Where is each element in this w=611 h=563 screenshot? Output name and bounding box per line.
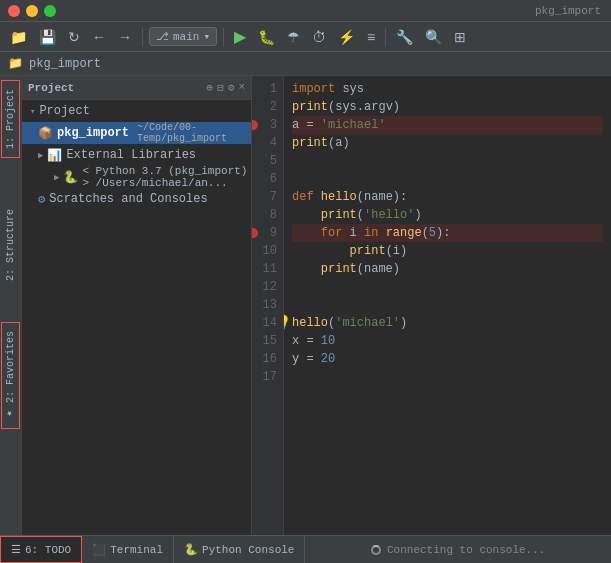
git-icon: ⎇	[156, 30, 169, 43]
paren: (	[357, 260, 364, 278]
panel-header: Project ⊕ ⊟ ⚙ ×	[22, 76, 251, 100]
scratch-icon: ⚙	[38, 192, 45, 207]
tree-item-external-libraries[interactable]: ▶ 📊 External Libraries	[22, 144, 251, 166]
python-icon: 🐍	[63, 170, 78, 185]
maximize-button[interactable]	[44, 5, 56, 17]
tools-button[interactable]: 🔧	[392, 27, 417, 47]
breakpoint-3[interactable]	[252, 120, 258, 130]
forward-button[interactable]: →	[114, 27, 136, 47]
pkg-folder-icon: 📦	[38, 126, 53, 141]
titlebar: pkg_import	[0, 0, 611, 22]
function: print	[292, 206, 357, 224]
bulb-icon: 💡	[284, 314, 291, 332]
function: print	[292, 134, 328, 152]
file-tree-panel: Project ⊕ ⊟ ⚙ × ▾ Project 📦 pkg_import ~…	[22, 76, 252, 535]
line-num-16: 16	[252, 350, 277, 368]
keyword: def	[292, 188, 314, 206]
code-editor[interactable]: 1 2 3 4 5 6 7 8 9 10 11 12 13 14	[252, 76, 611, 535]
main-layout: 1: Project 2: Structure ★ 2: Favorites P…	[0, 76, 611, 535]
code-text: sys.argv	[335, 98, 393, 116]
locate-icon[interactable]: ⊕	[207, 81, 214, 94]
paren: ):	[436, 224, 450, 242]
tree-item-pkg-import[interactable]: 📦 pkg_import ~/Code/00-Temp/pkg_import	[22, 122, 251, 144]
chevron-icon: ▶	[38, 150, 43, 161]
minimize-button[interactable]	[26, 5, 38, 17]
line-num-5: 5	[252, 152, 277, 170]
code-line-5	[292, 152, 603, 170]
code-line-1: import sys	[292, 80, 603, 98]
code-text: x	[292, 332, 306, 350]
code-line-17	[292, 368, 603, 386]
tree-item-scratches[interactable]: ⚙ Scratches and Consoles	[22, 188, 251, 210]
code-text: i	[342, 224, 364, 242]
debug-icon-btn[interactable]: 🐛	[254, 27, 279, 47]
code-text: sys	[335, 80, 364, 98]
spinner-icon	[371, 545, 381, 555]
line-num-8: 8	[252, 206, 277, 224]
close-icon[interactable]: ×	[238, 81, 245, 94]
file-tree: ▾ Project 📦 pkg_import ~/Code/00-Temp/pk…	[22, 100, 251, 535]
line-num-10: 10	[252, 242, 277, 260]
close-button[interactable]	[8, 5, 20, 17]
scratches-label: Scratches and Consoles	[49, 192, 207, 206]
sidebar-item-project[interactable]: 1: Project	[1, 80, 20, 158]
line-num-17: 17	[252, 368, 277, 386]
branch-selector[interactable]: ⎇ main ▾	[149, 27, 217, 46]
tree-item-project-root[interactable]: ▾ Project	[22, 100, 251, 122]
paren: (	[357, 188, 364, 206]
code-text: y	[292, 350, 306, 368]
sidebar-item-favorites[interactable]: ★ 2: Favorites	[1, 322, 20, 429]
open-folder-button[interactable]: 📁	[6, 27, 31, 47]
todo-tab-label: 6: TODO	[25, 544, 71, 556]
tab-python-console[interactable]: 🐍 Python Console	[174, 536, 305, 563]
line-num-14: 14	[252, 314, 277, 332]
function: print	[292, 242, 386, 260]
run-button[interactable]: ▶	[230, 25, 250, 48]
back-button[interactable]: ←	[88, 27, 110, 47]
save-button[interactable]: 💾	[35, 27, 60, 47]
code-content[interactable]: import sys print(sys.argv) a = 'michael'…	[284, 76, 611, 535]
code-text: =	[306, 116, 320, 134]
code-text: i	[393, 242, 400, 260]
concurrency-button[interactable]: ⚡	[334, 27, 359, 47]
code-line-13	[292, 296, 603, 314]
profile-button[interactable]: ⏱	[308, 27, 330, 47]
number: 20	[321, 350, 335, 368]
list-icon: ☰	[11, 543, 21, 556]
code-line-9: for i in range(5):	[292, 224, 603, 242]
python-version-label: < Python 3.7 (pkg_import) > /Users/micha…	[82, 165, 251, 189]
python-console-icon: 🐍	[184, 543, 198, 556]
refresh-button[interactable]: ↻	[64, 27, 84, 47]
tab-todo[interactable]: ☰ 6: TODO	[0, 536, 82, 563]
sidebar-item-structure[interactable]: 2: Structure	[1, 200, 20, 290]
breakpoint-9[interactable]	[252, 228, 258, 238]
status-bar: Connecting to console...	[305, 544, 611, 556]
tab-terminal[interactable]: ⬛ Terminal	[82, 536, 174, 563]
code-line-8: print('hello')	[292, 206, 603, 224]
line-num-13: 13	[252, 296, 277, 314]
code-line-14: 💡 hello('michael')	[292, 314, 603, 332]
chevron-down-icon: ▾	[203, 30, 210, 43]
project-name: pkg_import	[29, 57, 101, 71]
toolbar: 📁 💾 ↻ ← → ⎇ main ▾ ▶ 🐛 ☂ ⏱ ⚡ ≡ 🔧 🔍 ⊞	[0, 22, 611, 52]
tree-item-python37[interactable]: ▶ 🐍 < Python 3.7 (pkg_import) > /Users/m…	[22, 166, 251, 188]
line-num-1: 1	[252, 80, 277, 98]
paren: )	[414, 206, 421, 224]
paren: )	[393, 260, 400, 278]
paren: (	[357, 206, 364, 224]
favorites-icon: ★	[5, 409, 16, 420]
function: hello	[314, 188, 357, 206]
code-line-10: print(i)	[292, 242, 603, 260]
function: print	[292, 98, 328, 116]
coverage-button[interactable]: ☂	[283, 27, 304, 47]
divider3	[385, 28, 386, 46]
gear-icon[interactable]: ⚙	[228, 81, 235, 94]
build-button[interactable]: ≡	[363, 27, 379, 47]
structure-tab-label: 2: Structure	[5, 209, 16, 281]
settings-button[interactable]: ⊞	[450, 27, 470, 47]
search-button[interactable]: 🔍	[421, 27, 446, 47]
line-num-15: 15	[252, 332, 277, 350]
panel-title: Project	[28, 82, 74, 94]
divider2	[223, 28, 224, 46]
collapse-icon[interactable]: ⊟	[217, 81, 224, 94]
